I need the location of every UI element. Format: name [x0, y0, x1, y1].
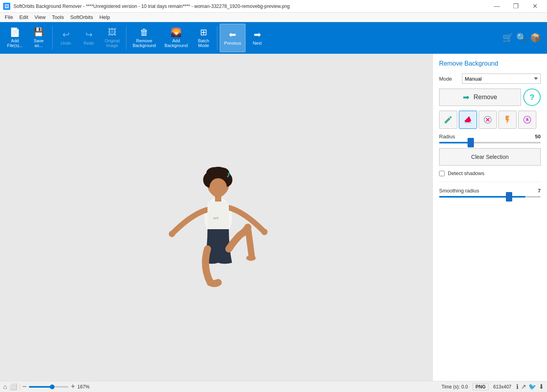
- mode-row: Mode Manual Automatic: [439, 74, 541, 84]
- menu-softorbits[interactable]: SoftOrbits: [67, 13, 96, 21]
- search-icon[interactable]: 🔍: [516, 33, 527, 43]
- batch-mode-label: Batch Mode: [198, 38, 209, 48]
- smoothing-radius-slider[interactable]: [439, 196, 541, 198]
- previous-button[interactable]: ⬅ Previous: [220, 24, 245, 52]
- main-content: text Remove Background Mode Manual Aut: [0, 54, 547, 381]
- zoom-slider[interactable]: [29, 386, 68, 388]
- undo-button[interactable]: ↩ Undo: [55, 24, 77, 52]
- share-icon[interactable]: ↗: [521, 383, 526, 390]
- toolbar-separator-2: [126, 26, 126, 50]
- statusbar: ⌂ ⬜ − + 167% Time (s): 0.0 PNG 613x407 ℹ…: [0, 381, 547, 392]
- svg-rect-19: [464, 122, 472, 123]
- svg-point-17: [208, 281, 220, 287]
- remove-btn-row: ➡ Remove ?: [439, 89, 541, 106]
- tool-buttons: [439, 111, 541, 129]
- window-controls: — ❐ ✕: [488, 0, 544, 13]
- clear-selection-button[interactable]: Clear Selection: [439, 148, 541, 166]
- statusbar-left: ⌂ ⬜ − + 167%: [3, 383, 438, 391]
- detect-shadows-label[interactable]: Detect shadows: [448, 170, 485, 176]
- clear-selection-label: Clear Selection: [471, 154, 509, 160]
- help-button[interactable]: ?: [523, 89, 541, 106]
- zoom-plus-icon[interactable]: +: [71, 383, 75, 391]
- radius-row: Radius 50: [439, 134, 541, 143]
- flash-icon: [503, 115, 512, 124]
- canvas-area[interactable]: text: [0, 54, 432, 381]
- original-image-label: Original Image: [105, 38, 120, 48]
- svg-rect-12: [215, 195, 221, 202]
- twitter-icon[interactable]: 🐦: [528, 383, 536, 390]
- maximize-button[interactable]: ❐: [507, 0, 525, 13]
- svg-point-13: [169, 231, 175, 237]
- magic-eraser-icon: [483, 115, 492, 124]
- menu-help[interactable]: Help: [96, 13, 113, 21]
- menu-edit[interactable]: Edit: [16, 13, 31, 21]
- zoom-minus-icon[interactable]: −: [23, 383, 27, 391]
- format-label: PNG: [473, 383, 489, 390]
- pencil-tool-button[interactable]: [439, 111, 457, 129]
- time-label: Time (s): 0.0: [441, 384, 468, 390]
- toolbar-separator-1: [52, 26, 53, 50]
- remove-btn-label: Remove: [473, 94, 497, 101]
- panel-title: Remove Background: [439, 60, 541, 67]
- add-files-button[interactable]: 📄 Add File(s)...: [3, 24, 27, 52]
- menu-tools[interactable]: Tools: [49, 13, 67, 21]
- menu-view[interactable]: View: [31, 13, 49, 21]
- menu-file[interactable]: File: [2, 13, 16, 21]
- toolbar-separator-3: [217, 26, 217, 50]
- next-button[interactable]: ➡ Next: [246, 24, 268, 52]
- mode-label: Mode: [439, 76, 459, 82]
- undo-icon: ↩: [62, 30, 70, 39]
- eraser-icon: [463, 115, 473, 124]
- remove-background-button[interactable]: 🗑 Remove Background: [129, 24, 160, 52]
- svg-text:text: text: [213, 216, 219, 220]
- close-button[interactable]: ✕: [526, 0, 544, 13]
- undo-label: Undo: [61, 41, 71, 45]
- download-icon[interactable]: ⬇: [539, 383, 544, 390]
- redo-icon: ↪: [85, 30, 92, 39]
- remove-background-icon: 🗑: [140, 28, 149, 37]
- svg-point-18: [246, 255, 256, 261]
- svg-point-14: [261, 229, 268, 235]
- batch-mode-button[interactable]: ⊞ Batch Mode: [192, 24, 215, 52]
- info-icon[interactable]: ℹ: [516, 383, 519, 390]
- panel-divider: [439, 182, 541, 182]
- titlebar: 🖼 SoftOrbits Background Remover - ****Un…: [0, 0, 547, 13]
- pencil-icon: [443, 115, 453, 124]
- detect-shadows-row: Detect shadows: [439, 170, 541, 176]
- add-files-label: Add File(s)...: [7, 38, 23, 48]
- box-icon[interactable]: 📦: [530, 33, 541, 43]
- remove-button[interactable]: ➡ Remove: [439, 89, 521, 106]
- home-icon[interactable]: ⌂: [3, 383, 7, 390]
- remove-background-label: Remove Background: [133, 38, 156, 48]
- mode-select[interactable]: Manual Automatic: [462, 74, 541, 84]
- remove-arrow-icon: ➡: [463, 92, 470, 102]
- statusbar-right: Time (s): 0.0 PNG 613x407 ℹ ↗ 🐦 ⬇: [441, 383, 544, 390]
- cart-icon[interactable]: 🛒: [502, 33, 513, 43]
- redo-button[interactable]: ↪ Redo: [78, 24, 100, 52]
- eraser-tool-button[interactable]: [459, 111, 477, 129]
- magic-eraser-button[interactable]: [479, 111, 497, 129]
- restore-color-button[interactable]: [518, 111, 536, 129]
- statusbar-separator-1: [20, 384, 20, 390]
- add-background-label: Add Background: [164, 38, 188, 48]
- smoothing-radius-row: Smoothing radius 7: [439, 188, 541, 198]
- minimize-button[interactable]: —: [488, 0, 506, 13]
- save-as-button[interactable]: 💾 Save as...: [28, 24, 50, 52]
- add-files-icon: 📄: [9, 28, 20, 37]
- previous-label: Previous: [224, 41, 241, 45]
- svg-point-11: [209, 178, 227, 197]
- save-icon: 💾: [33, 28, 44, 37]
- redo-label: Redo: [84, 41, 94, 45]
- add-background-icon: 🌄: [171, 28, 181, 37]
- radius-slider[interactable]: [439, 142, 541, 143]
- restore-icon: [522, 115, 532, 124]
- size-label: 613x407: [493, 384, 511, 390]
- original-image-icon: 🖼: [108, 28, 117, 37]
- detect-shadows-checkbox[interactable]: [439, 171, 445, 176]
- fit-icon[interactable]: ⬜: [9, 383, 17, 390]
- original-image-button[interactable]: 🖼 Original Image: [101, 24, 124, 52]
- flash-tool-button[interactable]: [498, 111, 517, 129]
- zoom-value: 167%: [77, 384, 92, 390]
- svg-point-10: [215, 168, 229, 179]
- add-background-button[interactable]: 🌄 Add Background: [160, 24, 192, 52]
